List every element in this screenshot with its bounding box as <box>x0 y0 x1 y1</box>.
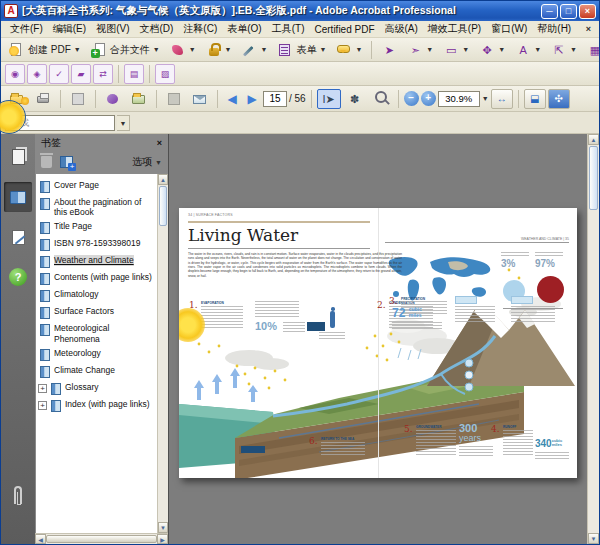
signatures-panel-button[interactable] <box>4 222 32 252</box>
scan-button[interactable] <box>127 88 151 110</box>
zoom-dropdown-icon[interactable]: ▼ <box>482 95 489 102</box>
print-button[interactable] <box>31 88 55 110</box>
zoom-in-button[interactable]: + <box>421 91 436 106</box>
bookmarks-panel-button[interactable] <box>4 182 32 212</box>
menu-window[interactable]: 窗口(W) <box>486 21 532 37</box>
scrollbar-thumb[interactable] <box>46 535 157 543</box>
movie-tool[interactable]: ▦ <box>583 39 600 61</box>
minimize-button[interactable]: ─ <box>541 4 558 19</box>
bookmark-meteorology[interactable]: Meteorology <box>38 346 155 363</box>
crop-tool[interactable]: ▭▼ <box>439 39 473 61</box>
bookmark-label: Weather and Climate <box>54 255 134 265</box>
scroll-right-icon[interactable]: ▶ <box>157 534 168 544</box>
menu-certified-pdf[interactable]: Certified PDF <box>309 23 379 36</box>
trap-presets-tool[interactable]: ▤ <box>124 64 144 84</box>
menu-plugins[interactable]: 增效工具(P) <box>423 21 486 37</box>
flattener-preview-tool[interactable]: ▰ <box>71 64 91 84</box>
convert-colors-tool[interactable]: ✓ <box>49 64 69 84</box>
touchup-text-tool[interactable]: A▼ <box>511 39 545 61</box>
zoom-out-button[interactable]: − <box>404 91 419 106</box>
maximize-button[interactable]: □ <box>560 4 577 19</box>
scrollbar-thumb[interactable] <box>589 146 598 210</box>
full-screen-button[interactable]: ✣ <box>548 89 570 109</box>
ink-manager-tool[interactable]: ▨ <box>155 64 175 84</box>
bookmark-climatology[interactable]: Climatology <box>38 287 155 304</box>
bookmarks-horizontal-scrollbar[interactable]: ◀ ▶ <box>35 533 168 544</box>
document-canvas[interactable]: 34 | SURFACE FACTORS WEATHER AND CLIMATE… <box>169 134 587 544</box>
bookmark-label: Title Page <box>54 221 92 231</box>
export-task-button[interactable] <box>66 88 90 110</box>
expand-plus-icon[interactable]: + <box>38 401 47 410</box>
fit-page-button[interactable]: ⬓ <box>524 89 546 109</box>
bookmark-weather-and-climate[interactable]: Weather and Climate <box>38 253 155 270</box>
tasks-toolbar: 创建 PDF▼ + 合并文件▼ ▼ ▼ ▼ 表单▼ ▼ ➤ ➣▼ ▭▼ ✥▼ A… <box>1 38 599 62</box>
bookmark-page-icon <box>40 222 50 234</box>
pdf-page-spread[interactable]: 34 | SURFACE FACTORS WEATHER AND CLIMATE… <box>179 208 577 478</box>
menu-help[interactable]: 帮助(H) <box>532 21 576 37</box>
bookmark-about-pagination[interactable]: About the pagination of this eBook <box>38 195 155 219</box>
pages-panel-button[interactable] <box>4 142 32 172</box>
bookmark-surface-factors[interactable]: Surface Factors <box>38 304 155 321</box>
fit-width-button[interactable]: ↔ <box>491 89 513 109</box>
expand-plus-icon[interactable]: + <box>38 384 47 393</box>
bookmark-cover-page[interactable]: Cover Page <box>38 178 155 195</box>
select-object-tool[interactable]: ➤ <box>377 39 401 61</box>
bookmark-climate-change[interactable]: Climate Change <box>38 363 155 380</box>
menu-forms[interactable]: 表单(O) <box>222 21 266 37</box>
forms-button[interactable]: 表单▼ <box>273 39 330 61</box>
select-tool-button[interactable]: I➤ <box>317 89 341 109</box>
scrollbar-thumb[interactable] <box>159 186 167 226</box>
touchup-object-tool[interactable]: ⇱▼ <box>547 39 581 61</box>
save-button[interactable] <box>162 88 186 110</box>
new-bookmark-icon[interactable] <box>60 156 73 168</box>
menu-tools[interactable]: 工具(T) <box>267 21 310 37</box>
email-button[interactable] <box>188 88 212 110</box>
bookmark-contents[interactable]: Contents (with page links) <box>38 270 155 287</box>
menu-document[interactable]: 文档(D) <box>134 21 178 37</box>
bookmark-glossary[interactable]: +Glossary <box>38 380 155 397</box>
zoom-level-input[interactable] <box>438 91 480 107</box>
bookmarks-vertical-scrollbar[interactable]: ▲ ▼ <box>157 174 168 533</box>
menubar-close-icon[interactable]: × <box>582 24 595 34</box>
bookmark-index[interactable]: +Index (with page links) <box>38 397 155 414</box>
document-vertical-scrollbar[interactable]: ▲ ▼ <box>587 134 599 544</box>
article-tool[interactable]: ➣▼ <box>403 39 437 61</box>
page-number-input[interactable] <box>263 91 287 107</box>
scroll-down-icon[interactable]: ▼ <box>588 533 599 544</box>
create-pdf-button[interactable]: 创建 PDF▼ <box>5 39 85 61</box>
how-to-button[interactable]: ? <box>4 262 32 292</box>
export-button[interactable]: ▼ <box>166 39 200 61</box>
panel-close-icon[interactable]: × <box>157 138 162 148</box>
scroll-down-icon[interactable]: ▼ <box>158 522 168 533</box>
menu-file[interactable]: 文件(F) <box>5 21 48 37</box>
scroll-up-icon[interactable]: ▲ <box>158 174 168 185</box>
menu-view[interactable]: 视图(V) <box>91 21 134 37</box>
menu-comments[interactable]: 注释(C) <box>178 21 222 37</box>
next-page-button[interactable]: ▶ <box>243 92 261 106</box>
previous-page-button[interactable]: ◀ <box>223 92 241 106</box>
certify-button[interactable] <box>101 88 125 110</box>
bookmark-isbn[interactable]: ISBN 978-1593398019 <box>38 236 155 253</box>
help-question-icon: ? <box>9 268 27 286</box>
delete-bookmark-icon[interactable] <box>41 156 52 168</box>
scroll-left-icon[interactable]: ◀ <box>35 534 46 544</box>
scroll-up-icon[interactable]: ▲ <box>588 134 599 145</box>
search-dropdown-icon[interactable]: ▼ <box>117 115 130 131</box>
secure-button[interactable]: ▼ <box>202 39 236 61</box>
pdf-optimizer-tool[interactable]: ⇄ <box>93 64 113 84</box>
combine-files-button[interactable]: + 合并文件▼ <box>87 39 164 61</box>
link-tool[interactable]: ✥▼ <box>475 39 509 61</box>
menu-edit[interactable]: 编辑(E) <box>48 21 91 37</box>
hand-tool-button[interactable]: ✽ <box>343 89 367 109</box>
review-comment-button[interactable]: ▼ <box>332 39 366 61</box>
menu-advanced[interactable]: 高级(A) <box>380 21 423 37</box>
options-menu-button[interactable]: 选项 ▼ <box>132 155 162 169</box>
output-preview-tool[interactable]: ◉ <box>5 64 25 84</box>
bookmark-title-page[interactable]: Title Page <box>38 219 155 236</box>
sign-button[interactable]: ▼ <box>238 39 272 61</box>
preflight-tool[interactable]: ◈ <box>27 64 47 84</box>
close-button[interactable]: × <box>579 4 596 19</box>
attachments-paperclip-icon[interactable] <box>14 486 22 504</box>
bookmark-meteorological-phenomena[interactable]: Meteorological Phenomena <box>38 321 155 345</box>
marquee-zoom-button[interactable] <box>369 89 393 109</box>
